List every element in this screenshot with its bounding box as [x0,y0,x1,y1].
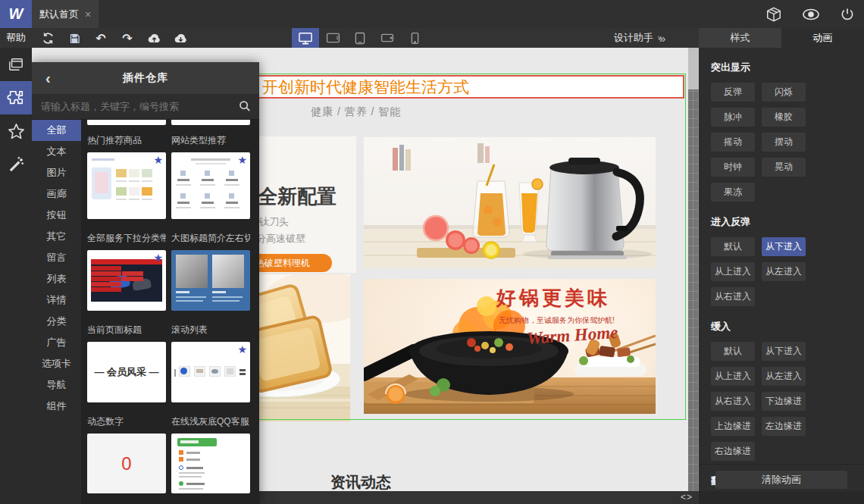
scrollbar-thumb[interactable] [688,48,699,89]
page-subtitle[interactable]: 健康 / 营养 / 智能 [311,105,401,119]
plugin-card[interactable]: 页眉2 [171,493,250,504]
plugin-card-thumb[interactable]: ★ [87,250,166,311]
animation-option-button[interactable]: 下边缘进 [762,392,806,411]
power-icon[interactable] [840,7,855,22]
kettle-product-image[interactable] [364,137,656,268]
news-section-heading[interactable]: 资讯动态 [330,472,391,491]
design-assistant-dropdown[interactable]: 设计助手 ∨ [614,28,662,48]
plugin-category[interactable]: 其它 [32,226,81,247]
plugin-card-label: 当前页面标题 [87,324,166,337]
app-logo[interactable]: W [0,0,32,28]
plugin-card[interactable]: 热门推荐商品 [87,125,166,219]
cloud-upload-icon[interactable] [146,30,162,46]
save-icon[interactable] [66,30,83,46]
device-tablet-portrait-button[interactable] [346,28,374,48]
plugin-category[interactable]: 文本 [32,141,81,162]
cloud-download-icon[interactable] [172,30,189,46]
animation-option-button[interactable]: 上边缘进 [711,417,755,436]
animation-option-button[interactable]: 脉冲 [711,108,755,127]
plugin-card-thumb[interactable]: — 会员风采 — [87,342,166,402]
plugin-category[interactable]: 选项卡 [32,353,81,374]
plugin-category[interactable]: 画廊 [32,183,81,205]
plugin-card-thumb[interactable] [171,250,250,311]
partial-card-thumb[interactable] [171,120,250,125]
plugin-category[interactable]: 图片 [32,162,81,183]
plugin-category[interactable]: 留言 [32,247,81,268]
tab-close-icon[interactable]: × [85,8,91,20]
animation-option-button[interactable]: 左边缘进 [762,417,806,436]
plugin-card-thumb[interactable]: ★ [87,152,166,219]
animation-option-button[interactable]: 从右进入 [711,392,755,411]
eye-icon[interactable] [802,8,820,20]
favorite-star-icon[interactable]: ★ [237,155,247,165]
animation-option-button[interactable]: 从下进入 [762,237,806,256]
plugin-category[interactable]: 按钮 [32,205,81,226]
animation-option-button[interactable]: 从左进入 [762,367,806,386]
magic-wand-icon[interactable] [0,148,32,181]
plugin-category[interactable]: 全部 [32,120,81,141]
device-phone-landscape-button[interactable] [374,28,401,48]
plugins-icon[interactable] [0,81,32,114]
device-desktop-button[interactable] [292,28,319,48]
animation-option-button[interactable]: 摇动 [711,133,755,152]
plugin-category[interactable]: 广告 [32,332,81,353]
partial-card-thumb[interactable] [87,120,166,125]
animation-option-button[interactable]: 默认 [711,237,755,256]
plugin-card[interactable]: 动态数字 0 [87,402,166,493]
plugin-category[interactable]: 组件 [32,396,81,417]
plugin-card-thumb[interactable]: ★ [171,152,250,219]
selected-title-element[interactable]: 开创新时代健康智能生活方式 [229,75,684,99]
plugin-card[interactable]: 滚动列表 ★ [171,311,250,402]
plugin-search-input[interactable] [32,94,259,119]
plugin-category[interactable]: 详情 [32,290,81,311]
animation-option-button[interactable]: 从上进入 [711,367,755,386]
undo-icon[interactable]: ↶ [92,30,109,46]
plugin-category[interactable]: 分类 [32,311,81,332]
animation-option-button[interactable]: 时钟 [711,158,755,177]
plugin-card[interactable]: 全部服务下拉分类带... [87,219,166,311]
favorite-star-icon[interactable]: ★ [153,155,163,165]
plugin-card[interactable]: 在线浅灰底QQ客服 [171,402,250,493]
animation-option-button[interactable]: 默认 [711,342,755,361]
canvas-scrollbar[interactable] [688,48,699,491]
cube-icon[interactable] [765,6,782,23]
plugin-card[interactable]: 网站类型推荐 [171,125,250,219]
favorites-star-icon[interactable] [0,114,32,148]
redo-icon[interactable]: ↷ [119,30,136,46]
animation-option-button[interactable]: 从左进入 [762,262,806,281]
animation-option-button[interactable]: 晃动 [762,158,806,177]
animation-option-button[interactable]: 从右进入 [711,287,755,306]
animation-option-button[interactable]: 果冻 [711,183,755,202]
animation-option-button[interactable]: 橡胶 [762,108,806,127]
favorite-star-icon[interactable]: ★ [237,344,247,355]
help-button[interactable]: 帮助 [0,28,32,48]
animation-option-button[interactable]: 摆动 [762,133,806,152]
plugin-card[interactable]: 大图标题简介左右切... [171,219,250,311]
code-view-icon[interactable]: <> [681,492,693,502]
plugin-card-thumb[interactable]: 0 [87,434,166,493]
tab-style[interactable]: 样式 [699,28,781,48]
clear-animation-button[interactable]: 清除动画 [715,471,847,489]
animation-option-button[interactable]: 反弹 [711,83,755,102]
page-tab-default-home[interactable]: 默认首页 × [32,0,99,28]
device-phone-portrait-button[interactable] [401,28,428,48]
favorite-star-icon[interactable]: ★ [153,252,163,263]
animation-option-button[interactable]: 从上进入 [711,262,755,281]
tab-animation[interactable]: 动画 [781,28,864,48]
device-tablet-landscape-button[interactable] [319,28,346,48]
pages-icon[interactable] [0,48,32,81]
animation-option-button[interactable]: 从下进入 [762,342,806,361]
animation-option-button[interactable]: 闪烁 [762,83,806,102]
search-icon[interactable] [239,100,251,112]
refresh-icon[interactable] [39,30,56,46]
plugin-category[interactable]: 列表 [32,268,81,290]
wok-banner-image[interactable]: 好锅更美味 无忧购物，至诚服务为你保驾护航! Warm Home [364,279,656,414]
plugin-category[interactable]: 导航 [32,374,81,396]
more-tools-button[interactable]: » [659,28,665,48]
plugin-card[interactable]: 联系我们 [87,493,166,504]
plugin-card-thumb[interactable] [171,434,250,493]
back-icon[interactable]: ‹ [45,62,51,94]
plugin-card-thumb[interactable]: ★ [171,342,250,402]
plugin-card[interactable]: 当前页面标题 — 会员风采 — [87,311,166,402]
animation-option-button[interactable]: 右边缘进 [711,442,755,461]
